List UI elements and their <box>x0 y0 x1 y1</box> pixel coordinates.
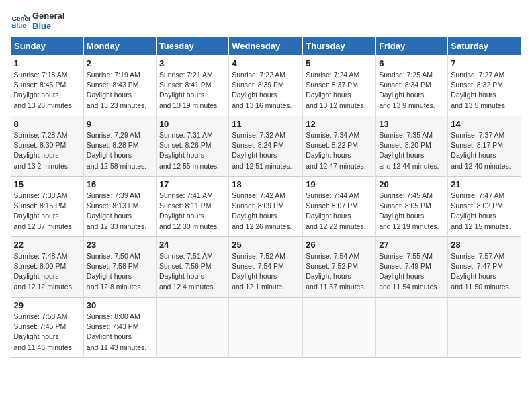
calendar-week-3: 15 Sunrise: 7:38 AMSunset: 8:15 PMDaylig… <box>11 177 521 237</box>
calendar-day-8: 8 Sunrise: 7:28 AMSunset: 8:30 PMDayligh… <box>11 116 84 177</box>
calendar-day-7: 7 Sunrise: 7:27 AMSunset: 8:32 PMDayligh… <box>448 56 521 116</box>
calendar-day-29: 29 Sunrise: 7:58 AMSunset: 7:45 PMDaylig… <box>11 298 84 358</box>
day-number: 9 <box>87 119 153 129</box>
calendar-day-18: 18 Sunrise: 7:42 AMSunset: 8:09 PMDaylig… <box>229 177 303 237</box>
header-friday: Friday <box>376 37 448 56</box>
calendar-day-16: 16 Sunrise: 7:39 AMSunset: 8:13 PMDaylig… <box>83 177 156 237</box>
day-info: Sunrise: 7:39 AMSunset: 8:13 PMDaylight … <box>87 191 153 232</box>
day-info: Sunrise: 7:42 AMSunset: 8:09 PMDaylight … <box>232 191 300 232</box>
day-info: Sunrise: 7:35 AMSunset: 8:20 PMDaylight … <box>379 130 445 171</box>
day-number: 21 <box>451 179 518 189</box>
calendar-day-13: 13 Sunrise: 7:35 AMSunset: 8:20 PMDaylig… <box>376 116 448 177</box>
empty-cell <box>376 298 448 358</box>
day-number: 30 <box>87 300 153 310</box>
day-info: Sunrise: 7:55 AMSunset: 7:49 PMDaylight … <box>379 251 445 292</box>
calendar-week-5: 29 Sunrise: 7:58 AMSunset: 7:45 PMDaylig… <box>11 298 521 358</box>
day-info: Sunrise: 7:32 AMSunset: 8:24 PMDaylight … <box>232 130 300 171</box>
calendar-day-2: 2 Sunrise: 7:19 AMSunset: 8:43 PMDayligh… <box>83 56 156 116</box>
calendar-day-30: 30 Sunrise: 8:00 AMSunset: 7:43 PMDaylig… <box>83 298 156 358</box>
header-monday: Monday <box>83 37 156 56</box>
calendar-day-12: 12 Sunrise: 7:34 AMSunset: 8:22 PMDaylig… <box>303 116 376 177</box>
day-info: Sunrise: 7:34 AMSunset: 8:22 PMDaylight … <box>306 130 373 171</box>
day-info: Sunrise: 7:50 AMSunset: 7:58 PMDaylight … <box>87 251 153 292</box>
header-saturday: Saturday <box>448 37 521 56</box>
day-number: 15 <box>14 179 81 189</box>
day-info: Sunrise: 7:58 AMSunset: 7:45 PMDaylight … <box>14 312 81 353</box>
day-info: Sunrise: 7:38 AMSunset: 8:15 PMDaylight … <box>14 191 81 232</box>
day-number: 17 <box>159 179 226 189</box>
day-number: 25 <box>232 240 300 250</box>
day-info: Sunrise: 7:54 AMSunset: 7:52 PMDaylight … <box>306 251 373 292</box>
calendar-day-22: 22 Sunrise: 7:48 AMSunset: 8:00 PMDaylig… <box>11 237 84 298</box>
day-number: 8 <box>14 119 81 129</box>
day-number: 6 <box>379 58 445 68</box>
empty-cell <box>448 298 521 358</box>
day-info: Sunrise: 7:18 AMSunset: 8:45 PMDaylight … <box>14 70 81 111</box>
day-info: Sunrise: 7:45 AMSunset: 8:05 PMDaylight … <box>379 191 445 232</box>
day-number: 12 <box>306 119 373 129</box>
day-info: Sunrise: 7:24 AMSunset: 8:37 PMDaylight … <box>306 70 373 111</box>
day-info: Sunrise: 7:31 AMSunset: 8:26 PMDaylight … <box>159 130 226 171</box>
day-number: 3 <box>159 58 226 68</box>
calendar-day-27: 27 Sunrise: 7:55 AMSunset: 7:49 PMDaylig… <box>376 237 448 298</box>
logo-icon: General Blue <box>11 11 30 30</box>
day-info: Sunrise: 7:41 AMSunset: 8:11 PMDaylight … <box>159 191 226 232</box>
calendar-day-25: 25 Sunrise: 7:52 AMSunset: 7:54 PMDaylig… <box>229 237 303 298</box>
day-info: Sunrise: 7:27 AMSunset: 8:32 PMDaylight … <box>451 70 518 111</box>
logo: General Blue General Blue <box>11 11 64 31</box>
day-number: 24 <box>159 240 226 250</box>
header-thursday: Thursday <box>303 37 376 56</box>
calendar-day-10: 10 Sunrise: 7:31 AMSunset: 8:26 PMDaylig… <box>156 116 228 177</box>
day-number: 1 <box>14 58 81 68</box>
day-info: Sunrise: 7:21 AMSunset: 8:41 PMDaylight … <box>159 70 226 111</box>
day-number: 16 <box>87 179 153 189</box>
day-number: 10 <box>159 119 226 129</box>
day-info: Sunrise: 7:28 AMSunset: 8:30 PMDaylight … <box>14 130 81 171</box>
calendar-day-9: 9 Sunrise: 7:29 AMSunset: 8:28 PMDayligh… <box>83 116 156 177</box>
header-sunday: Sunday <box>11 37 84 56</box>
calendar-header-row: SundayMondayTuesdayWednesdayThursdayFrid… <box>11 37 521 56</box>
day-info: Sunrise: 7:25 AMSunset: 8:34 PMDaylight … <box>379 70 445 111</box>
calendar-body: 1 Sunrise: 7:18 AMSunset: 8:45 PMDayligh… <box>11 56 521 358</box>
day-number: 13 <box>379 119 445 129</box>
day-number: 14 <box>451 119 518 129</box>
calendar-day-28: 28 Sunrise: 7:57 AMSunset: 7:47 PMDaylig… <box>448 237 521 298</box>
calendar-week-2: 8 Sunrise: 7:28 AMSunset: 8:30 PMDayligh… <box>11 116 521 177</box>
calendar-day-14: 14 Sunrise: 7:37 AMSunset: 8:17 PMDaylig… <box>448 116 521 177</box>
calendar-day-24: 24 Sunrise: 7:51 AMSunset: 7:56 PMDaylig… <box>156 237 228 298</box>
day-number: 22 <box>14 240 81 250</box>
day-info: Sunrise: 7:29 AMSunset: 8:28 PMDaylight … <box>87 130 153 171</box>
day-info: Sunrise: 7:57 AMSunset: 7:47 PMDaylight … <box>451 251 518 292</box>
calendar-day-19: 19 Sunrise: 7:44 AMSunset: 8:07 PMDaylig… <box>303 177 376 237</box>
day-info: Sunrise: 8:00 AMSunset: 7:43 PMDaylight … <box>87 312 153 353</box>
day-info: Sunrise: 7:51 AMSunset: 7:56 PMDaylight … <box>159 251 226 292</box>
day-number: 27 <box>379 240 445 250</box>
day-number: 5 <box>306 58 373 68</box>
header-tuesday: Tuesday <box>156 37 228 56</box>
calendar-table: SundayMondayTuesdayWednesdayThursdayFrid… <box>11 36 521 358</box>
calendar-day-17: 17 Sunrise: 7:41 AMSunset: 8:11 PMDaylig… <box>156 177 228 237</box>
calendar-day-20: 20 Sunrise: 7:45 AMSunset: 8:05 PMDaylig… <box>376 177 448 237</box>
calendar-day-23: 23 Sunrise: 7:50 AMSunset: 7:58 PMDaylig… <box>83 237 156 298</box>
page-header: General Blue General Blue <box>11 11 521 31</box>
calendar-day-26: 26 Sunrise: 7:54 AMSunset: 7:52 PMDaylig… <box>303 237 376 298</box>
day-info: Sunrise: 7:52 AMSunset: 7:54 PMDaylight … <box>232 251 300 292</box>
empty-cell <box>303 298 376 358</box>
day-number: 23 <box>87 240 153 250</box>
day-number: 29 <box>14 300 81 310</box>
calendar-day-1: 1 Sunrise: 7:18 AMSunset: 8:45 PMDayligh… <box>11 56 84 116</box>
day-info: Sunrise: 7:47 AMSunset: 8:02 PMDaylight … <box>451 191 518 232</box>
day-info: Sunrise: 7:37 AMSunset: 8:17 PMDaylight … <box>451 130 518 171</box>
day-info: Sunrise: 7:19 AMSunset: 8:43 PMDaylight … <box>87 70 153 111</box>
day-number: 11 <box>232 119 300 129</box>
day-number: 7 <box>451 58 518 68</box>
calendar-day-11: 11 Sunrise: 7:32 AMSunset: 8:24 PMDaylig… <box>229 116 303 177</box>
empty-cell <box>156 298 228 358</box>
day-number: 4 <box>232 58 300 68</box>
calendar-week-4: 22 Sunrise: 7:48 AMSunset: 8:00 PMDaylig… <box>11 237 521 298</box>
calendar-day-4: 4 Sunrise: 7:22 AMSunset: 8:39 PMDayligh… <box>229 56 303 116</box>
logo-blue: Blue <box>32 21 64 31</box>
day-number: 19 <box>306 179 373 189</box>
calendar-day-21: 21 Sunrise: 7:47 AMSunset: 8:02 PMDaylig… <box>448 177 521 237</box>
day-info: Sunrise: 7:22 AMSunset: 8:39 PMDaylight … <box>232 70 300 111</box>
